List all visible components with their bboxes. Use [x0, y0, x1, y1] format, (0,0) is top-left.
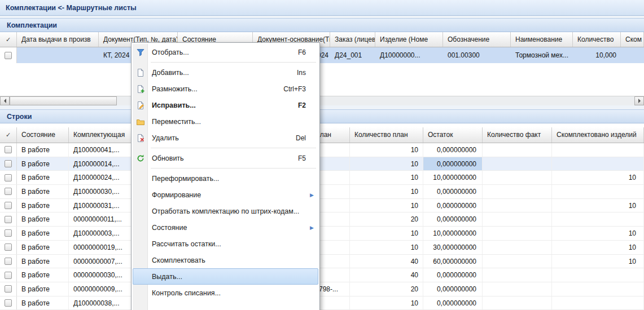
table-row[interactable]: В работе00000000011,...200,000000000	[0, 212, 644, 227]
row-checkbox[interactable]	[5, 299, 12, 307]
table-cell[interactable]: 10	[350, 227, 423, 240]
table-cell[interactable]: 0,000000000	[423, 185, 483, 198]
row-checkbox[interactable]	[5, 174, 12, 181]
table-cell[interactable]	[552, 143, 644, 157]
column-header[interactable]: Обозначение	[443, 32, 511, 47]
table-row[interactable]: В работеД100000024,...1010,00000000010	[0, 171, 644, 185]
table-cell[interactable]	[552, 282, 644, 296]
table-cell[interactable]: 10	[552, 227, 644, 240]
menu-item[interactable]: Рассчитать остатки...	[133, 236, 318, 252]
menu-item[interactable]: Переформировать...	[133, 170, 318, 187]
table-cell[interactable]: 60,000000000	[423, 255, 483, 268]
column-header[interactable]: Ском	[621, 32, 644, 47]
table-cell[interactable]	[483, 241, 552, 254]
table-cell[interactable]: 10	[552, 171, 644, 184]
menu-item[interactable]: Размножить...Ctrl+F3	[133, 81, 318, 97]
menu-item[interactable]: Отобрать...F6	[133, 44, 318, 60]
table-cell[interactable]	[483, 212, 552, 226]
table-cell[interactable]: 30,000000000	[423, 241, 483, 254]
table-cell[interactable]: В работе	[17, 157, 69, 171]
table-cell[interactable]	[483, 143, 552, 157]
table-cell[interactable]: 10	[350, 157, 423, 171]
table-row[interactable]: В работе00000000007,...4060,00000000010	[0, 255, 644, 269]
breadcrumb-text[interactable]: Комплектации <- Маршрутные листы	[6, 4, 137, 12]
table-row[interactable]: В работе00000000019,...1030,00000000010	[0, 241, 644, 255]
table-cell[interactable]: 10	[552, 255, 644, 268]
table-cell[interactable]	[483, 255, 552, 268]
table-cell[interactable]: 40	[350, 268, 423, 282]
horizontal-scrollbar[interactable]	[0, 96, 644, 105]
table-cell[interactable]: Д24_001	[330, 47, 375, 63]
column-header[interactable]: Остаток	[423, 127, 483, 143]
table-cell[interactable]: 10	[350, 171, 423, 184]
table-row[interactable]: В работеД100000041,...100,000000000	[0, 143, 644, 157]
table-cell[interactable]	[552, 296, 644, 310]
row-checkbox[interactable]	[5, 243, 12, 251]
table-row[interactable]: В работеД100000030,...100,000000000	[0, 185, 644, 199]
menu-item[interactable]: Скомплектовать	[133, 252, 318, 268]
table-cell[interactable]: 0,000000000	[423, 143, 483, 157]
table-cell[interactable]: 10	[350, 241, 423, 254]
scroll-right-button[interactable]	[634, 96, 644, 105]
table-cell[interactable]: 0,000000000	[423, 199, 483, 212]
table-cell[interactable]: 001.00300	[443, 47, 511, 63]
table-row[interactable]: В работеД100000031,...100,00000000010	[0, 199, 644, 213]
menu-item[interactable]: Выдать...	[133, 268, 318, 285]
row-checkbox[interactable]	[5, 285, 12, 293]
select-all-checkbox[interactable]: ✓	[0, 32, 17, 47]
row-checkbox[interactable]	[5, 258, 12, 265]
table-cell[interactable]: В работе	[17, 282, 69, 296]
column-header[interactable]: Наименование	[511, 32, 573, 47]
table-row[interactable]: В работе00000000030,...400,000000000	[0, 268, 644, 282]
column-header[interactable]: Количество план	[350, 127, 423, 143]
menu-item[interactable]: Добавить...Ins	[133, 64, 318, 81]
row-checkbox[interactable]	[5, 216, 12, 223]
table-cell[interactable]: В работе	[17, 241, 69, 254]
row-checkbox[interactable]	[5, 202, 12, 209]
table-cell[interactable]	[552, 212, 644, 226]
table-cell[interactable]: 10,000000000	[423, 227, 483, 240]
table-cell[interactable]	[483, 185, 552, 198]
menu-item[interactable]: Исправить...F2	[133, 97, 318, 113]
column-header[interactable]: Состояние	[17, 127, 69, 143]
table-cell[interactable]: 10	[350, 199, 423, 212]
row-checkbox[interactable]	[5, 229, 12, 237]
column-header[interactable]: Скомплектовано изделий	[552, 127, 644, 143]
table-cell[interactable]: Д10000000...	[375, 47, 443, 63]
table-row[interactable]: В работеД100000014,...100,000000000	[0, 157, 644, 171]
column-header[interactable]: Изделие (Номе	[375, 32, 443, 47]
table-cell[interactable]: 0,000000000	[423, 282, 483, 296]
table-cell[interactable]: 10	[350, 296, 423, 310]
menu-item[interactable]: Отработать комплектацию по штрих-кодам..…	[133, 203, 318, 219]
table-cell[interactable]: В работе	[17, 227, 69, 240]
table-cell[interactable]	[17, 47, 99, 63]
table-cell[interactable]: 10	[552, 241, 644, 254]
table-cell[interactable]: 10	[552, 199, 644, 212]
column-header[interactable]: Заказ (лицево	[330, 32, 375, 47]
table-row[interactable]: В работеД100000038,...100,000000000	[0, 296, 644, 310]
table-cell[interactable]	[483, 199, 552, 212]
row-checkbox[interactable]	[5, 160, 12, 167]
table-cell[interactable]: В работе	[17, 255, 69, 268]
table-cell[interactable]: 10,000000000	[423, 171, 483, 184]
column-header[interactable]: Дата выдачи в произв	[17, 32, 99, 47]
scroll-left-button[interactable]	[0, 96, 10, 105]
table-cell[interactable]: 10	[350, 185, 423, 198]
menu-item[interactable]: УдалитьDel	[133, 130, 318, 146]
table-cell[interactable]	[483, 296, 552, 310]
table-cell[interactable]	[483, 171, 552, 184]
table-cell[interactable]: В работе	[17, 296, 69, 310]
table-cell[interactable]: Тормозной мех...	[511, 47, 573, 63]
menu-item[interactable]: Состояние▶	[133, 219, 318, 236]
scroll-thumb[interactable]	[10, 96, 117, 105]
table-cell[interactable]: В работе	[17, 143, 69, 157]
table-cell[interactable]	[483, 268, 552, 282]
table-cell[interactable]	[483, 282, 552, 296]
table-cell[interactable]: 10,000	[573, 47, 621, 63]
table-cell[interactable]	[621, 47, 644, 63]
menu-item[interactable]: Контроль списания...	[133, 285, 318, 301]
table-cell[interactable]	[552, 157, 644, 171]
table-cell[interactable]: В работе	[17, 171, 69, 184]
row-checkbox[interactable]	[5, 188, 12, 195]
top-table-selected-row[interactable]: КТ, 2024024Д24_001Д10000000...001.00300Т…	[0, 47, 644, 63]
